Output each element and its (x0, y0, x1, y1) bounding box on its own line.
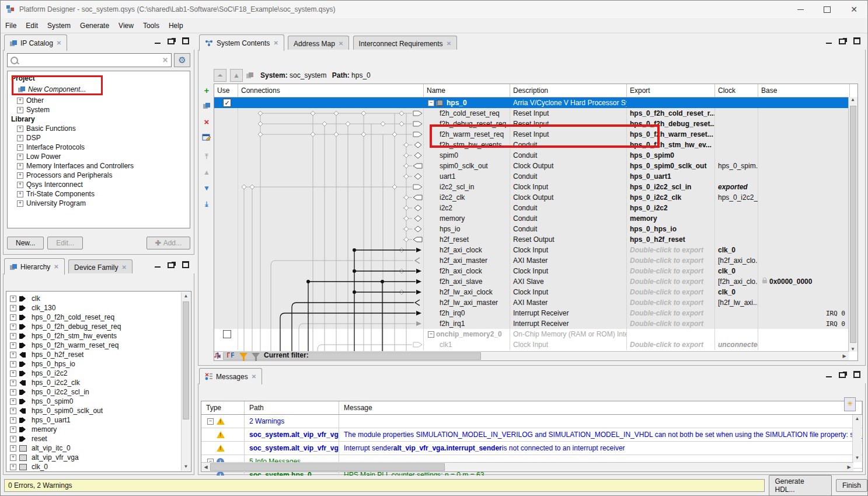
expand-icon[interactable]: + (10, 370, 16, 377)
close-icon[interactable]: ✕ (339, 40, 343, 47)
clock-cell[interactable] (715, 150, 758, 161)
expand-icon[interactable]: + (10, 352, 16, 358)
hierarchy-item-clk_130[interactable]: +clk_130 (9, 303, 191, 313)
export-cell[interactable]: Double-click to export (627, 245, 715, 255)
base-cell[interactable] (758, 329, 850, 339)
message-cell[interactable] (339, 415, 862, 428)
expand-icon[interactable]: + (10, 408, 16, 414)
window-maximize-button[interactable] (814, 1, 841, 18)
export-cell[interactable] (627, 98, 715, 108)
hierarchy-item-clk[interactable]: +clk (9, 294, 191, 303)
panel-maximize-icon[interactable] (182, 261, 190, 268)
tab-messages[interactable]: Messages ✕ (199, 368, 262, 384)
expand-icon[interactable]: + (10, 436, 16, 442)
clock-cell[interactable] (715, 98, 758, 108)
base-cell[interactable] (758, 213, 850, 224)
tab-hierarchy[interactable]: Hierarchy ✕ (4, 258, 65, 275)
use-checkbox[interactable]: ✓ (223, 99, 231, 107)
export-cell[interactable] (627, 329, 715, 339)
clock-cell[interactable]: hps_0_i2c2_clk (715, 192, 758, 203)
tree-item[interactable]: +Tri-State Components (11, 189, 190, 199)
table-row[interactable]: clk1Clock InputDouble-click to exportunc… (214, 339, 857, 350)
new-button[interactable]: New... (7, 237, 44, 249)
expand-icon[interactable]: + (17, 182, 23, 188)
export-cell[interactable]: hps_0_f2h_cold_reset_r... (627, 108, 715, 119)
hierarchy-item-hps_0_i2c2_clk[interactable]: +hps_0_i2c2_clk (9, 378, 191, 387)
column-header-name[interactable]: Name (424, 84, 510, 97)
expand-icon[interactable]: + (17, 126, 23, 132)
expand-icon[interactable]: + (17, 135, 23, 141)
menu-item-edit[interactable]: Edit (21, 18, 43, 33)
scroll-right-icon[interactable]: ▶ (840, 353, 849, 359)
clock-cell[interactable] (715, 234, 758, 245)
close-icon[interactable]: ✕ (447, 40, 451, 47)
tree-item[interactable]: +Memory Interfaces and Controllers (11, 161, 190, 171)
table-row[interactable]: f2h_cold_reset_reqReset Inputhps_0_f2h_c… (214, 108, 857, 119)
table-row[interactable]: spim0Conduithps_0_spim0 (214, 150, 857, 161)
export-cell[interactable]: Double-click to export (627, 297, 715, 308)
export-cell[interactable]: hps_0_spim0 (627, 150, 715, 161)
clock-cell[interactable] (715, 129, 758, 140)
clock-cell[interactable]: hps_0_spim... (715, 161, 758, 171)
panel-detach-icon[interactable] (168, 261, 176, 268)
messages-scrollbar[interactable]: ▲ ▼ (852, 415, 862, 462)
tree-item[interactable]: +Interface Protocols (11, 143, 190, 152)
base-cell[interactable] (758, 203, 850, 213)
expand-icon[interactable]: + (10, 296, 16, 302)
export-cell[interactable]: hps_0_uart1 (627, 171, 715, 182)
column-header-base[interactable]: Base (758, 84, 850, 97)
tab-address-map[interactable]: Address Map ✕ (288, 36, 349, 51)
export-cell[interactable]: Double-click to export (627, 266, 715, 276)
tree-item[interactable]: +System (11, 105, 190, 115)
export-cell[interactable]: hps_0_f2h_stm_hw_ev... (627, 140, 715, 150)
clock-cell[interactable] (715, 119, 758, 129)
table-row[interactable]: spim0_sclk_outClock Outputhps_0_spim0_sc… (214, 161, 857, 171)
tab-system-contents[interactable]: System Contents ✕ (199, 34, 284, 51)
duplicate-button[interactable] (201, 100, 212, 111)
clock-cell[interactable] (715, 140, 758, 150)
clock-cell[interactable]: [f2h_axi_clo... (715, 276, 758, 287)
clock-cell[interactable] (715, 213, 758, 224)
base-cell[interactable] (758, 245, 850, 255)
clock-cell[interactable]: [h2f_axi_clo... (715, 255, 758, 266)
panel-detach-icon[interactable] (168, 37, 176, 44)
table-row[interactable]: i2c2_clkClock Outputhps_0_i2c2_clkhps_0_… (214, 192, 857, 203)
messages-horizontal-scrollbar[interactable]: ◀ ▶ (201, 462, 853, 471)
base-cell[interactable] (758, 339, 850, 350)
export-cell[interactable]: Double-click to export (627, 276, 715, 287)
expand-icon[interactable]: + (10, 464, 16, 470)
table-row[interactable]: h2f_resetReset Outputhps_0_h2f_reset (214, 234, 857, 245)
table-row[interactable]: h2f_axi_masterAXI MasterDouble-click to … (214, 255, 857, 266)
scroll-right-icon[interactable]: ▶ (845, 464, 853, 470)
table-row[interactable]: i2c2_scl_inClock Inputhps_0_i2c2_scl_ine… (214, 182, 857, 192)
hierarchy-item-hps_0_f2h_cold_reset_req[interactable]: +hps_0_f2h_cold_reset_req (9, 313, 191, 322)
generate-hdl-button[interactable]: Generate HDL... (769, 475, 832, 496)
close-icon[interactable]: ✕ (54, 263, 58, 270)
base-cell[interactable] (758, 192, 850, 203)
message-cell[interactable]: The module properties SIMULATION_MODEL_I… (339, 428, 862, 441)
clear-search-icon[interactable]: ✕ (162, 56, 168, 64)
panel-detach-icon[interactable] (839, 371, 847, 378)
column-header-use[interactable]: Use (214, 84, 238, 97)
tree-item[interactable]: +DSP (11, 133, 190, 143)
table-row[interactable]: hps_ioConduithps_0_hps_io (214, 224, 857, 234)
table-row[interactable]: uart1Conduithps_0_uart1 (214, 171, 857, 182)
scroll-up-icon[interactable]: ▲ (853, 415, 862, 423)
expand-icon[interactable]: + (17, 154, 23, 160)
tab-ip-catalog[interactable]: IP Catalog ✕ (4, 34, 67, 51)
move-top-button[interactable]: ⏶ (214, 69, 226, 82)
panel-maximize-icon[interactable] (853, 37, 861, 44)
scroll-thumb[interactable] (210, 463, 445, 471)
scroll-down-icon[interactable]: ▼ (850, 346, 855, 352)
column-header-path[interactable]: Path (245, 401, 339, 414)
hierarchy-item-reset[interactable]: +reset (9, 434, 191, 443)
hierarchy-item-alt_vip_itc_0[interactable]: +alt_vip_itc_0 (9, 443, 191, 453)
edit-button[interactable]: Edit... (47, 237, 83, 249)
table-vertical-scrollbar[interactable]: ▲ ▼ (848, 97, 857, 352)
expand-icon[interactable]: + (10, 314, 16, 321)
export-cell[interactable]: hps_0_i2c2_clk (627, 192, 715, 203)
move-to-top-button[interactable]: ⤒ (201, 151, 212, 162)
expand-icon[interactable]: + (10, 455, 16, 461)
message-filter-button[interactable]: ✳ (844, 397, 856, 411)
menu-item-help[interactable]: Help (164, 18, 188, 33)
